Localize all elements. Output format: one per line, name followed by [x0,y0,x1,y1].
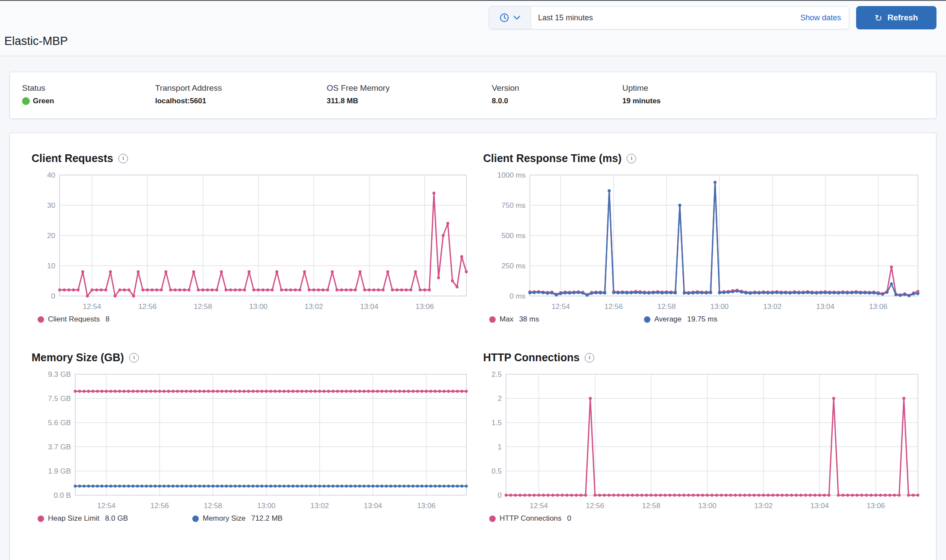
legend-value: 19.75 ms [687,315,717,324]
svg-text:12:56: 12:56 [138,302,157,311]
clock-icon [500,13,509,22]
svg-text:13:02: 13:02 [754,502,773,510]
info-icon[interactable]: i [627,154,636,163]
info-icon[interactable]: i [118,154,128,163]
svg-text:1.5: 1.5 [491,419,502,427]
svg-text:5.6 GB: 5.6 GB [48,419,71,427]
svg-text:12:58: 12:58 [642,502,660,510]
svg-text:13:02: 13:02 [763,302,782,311]
svg-text:0.0 B: 0.0 B [54,491,71,500]
transport-address-label: Transport Address [155,83,327,93]
legend-dot [489,316,496,323]
svg-text:1000 ms: 1000 ms [497,171,526,179]
legend-dot [192,515,199,522]
svg-text:9.3 GB: 9.3 GB [48,370,71,379]
info-icon[interactable]: i [585,353,594,363]
svg-text:13:00: 13:00 [698,502,717,510]
version-value: 8.0.0 [492,97,622,105]
os-free-memory-label: OS Free Memory [327,83,492,93]
transport-address-value: localhost:5601 [155,97,327,105]
svg-text:250 ms: 250 ms [501,262,526,270]
status-col-health: Status Green [22,83,155,105]
svg-text:13:02: 13:02 [310,502,329,510]
svg-text:12:54: 12:54 [530,502,548,510]
chart-title: Client Response Time (ms) [483,152,621,165]
svg-text:40: 40 [47,171,55,179]
svg-text:10: 10 [47,262,55,270]
time-range-value[interactable]: Last 15 minutes [531,13,800,22]
version-label: Version [492,83,622,93]
legend-value: 8.0 GB [105,514,128,523]
refresh-icon: ↻ [875,13,882,22]
svg-text:12:58: 12:58 [657,302,676,311]
legend-item: Average 19.75 ms [644,315,799,324]
legend-label: Average [654,315,682,324]
svg-text:13:04: 13:04 [816,302,835,311]
client-response-time-chart[interactable]: 12:5412:5612:5813:0013:0213:0413:061000 … [483,171,924,313]
svg-text:13:02: 13:02 [305,302,323,311]
chart-legend: Client Requests 8 [32,315,472,324]
svg-text:13:00: 13:00 [710,302,729,311]
legend-item: Max 38 ms [489,315,644,324]
svg-text:12:54: 12:54 [83,302,102,311]
chart-title: Memory Size (GB) [32,351,124,364]
legend-item: Heap Size Limit 8.0 GB [38,514,192,523]
http-connections-chart[interactable]: 12:5412:5612:5813:0013:0213:0413:062.521… [483,370,924,512]
svg-text:13:06: 13:06 [869,302,888,311]
legend-item: Memory Size 712.2 MB [192,514,347,523]
health-dot-green [22,97,30,105]
refresh-button[interactable]: ↻ Refresh [856,6,936,29]
show-dates-link[interactable]: Show dates [800,13,849,22]
legend-label: HTTP Connections [500,514,561,523]
uptime-value: 19 minutes [622,97,661,105]
svg-text:0: 0 [51,292,55,300]
svg-text:12:58: 12:58 [204,502,223,510]
info-icon[interactable]: i [129,353,139,363]
svg-text:1.9 GB: 1.9 GB [48,467,71,475]
client-requests-chart[interactable]: 12:5412:5612:5813:0013:0213:0413:0640302… [32,171,472,313]
chart-client-requests: Client Requests i 12:5412:5612:5813:0013… [32,152,472,324]
svg-text:7.5 GB: 7.5 GB [48,395,71,403]
date-picker-bar: Last 15 minutes Show dates ↻ Refresh [489,6,936,29]
svg-text:12:56: 12:56 [586,502,604,510]
svg-text:13:04: 13:04 [364,502,382,510]
legend-item: HTTP Connections 0 [489,514,644,523]
chart-memory-size: Memory Size (GB) i 12:5412:5612:5813:001… [32,351,472,523]
svg-text:0.5: 0.5 [491,467,502,475]
status-col-memory: OS Free Memory 311.8 MB [327,83,492,105]
chart-legend: Heap Size Limit 8.0 GB Memory Size 712.2… [32,514,472,523]
svg-text:30: 30 [47,201,55,210]
uptime-label: Uptime [622,83,661,93]
svg-text:13:06: 13:06 [415,302,434,311]
svg-text:2: 2 [498,395,502,403]
svg-text:20: 20 [47,232,55,240]
svg-text:12:56: 12:56 [605,302,623,311]
status-col-version: Version 8.0.0 [492,83,622,105]
chart-title: Client Requests [32,152,113,165]
chart-title: HTTP Connections [483,351,580,364]
svg-text:12:54: 12:54 [97,502,116,510]
legend-dot [644,316,650,323]
legend-label: Max [500,315,513,324]
status-summary-panel: Status Green Transport Address localhost… [10,72,936,119]
svg-text:13:06: 13:06 [417,502,436,510]
chart-legend: HTTP Connections 0 [483,514,924,523]
legend-dot [489,515,496,522]
legend-label: Heap Size Limit [48,514,99,523]
svg-text:2.5: 2.5 [491,370,502,379]
status-col-uptime: Uptime 19 minutes [622,83,661,105]
legend-value: 0 [567,514,571,523]
quick-select-button[interactable] [489,6,531,29]
legend-label: Client Requests [48,315,100,324]
svg-text:12:58: 12:58 [194,302,212,311]
legend-value: 8 [105,315,109,324]
svg-text:13:04: 13:04 [810,502,829,510]
legend-item: Client Requests 8 [38,315,192,324]
memory-size-chart[interactable]: 12:5412:5612:5813:0013:0213:0413:069.3 G… [32,370,472,512]
legend-value: 712.2 MB [251,514,283,523]
chart-client-response-time: Client Response Time (ms) i 12:5412:5612… [483,152,924,324]
svg-text:12:54: 12:54 [551,302,570,311]
svg-text:3.7 GB: 3.7 GB [48,443,71,451]
chart-http-connections: HTTP Connections i 12:5412:5612:5813:001… [483,351,924,523]
status-grid: Status Green Transport Address localhost… [22,83,696,105]
